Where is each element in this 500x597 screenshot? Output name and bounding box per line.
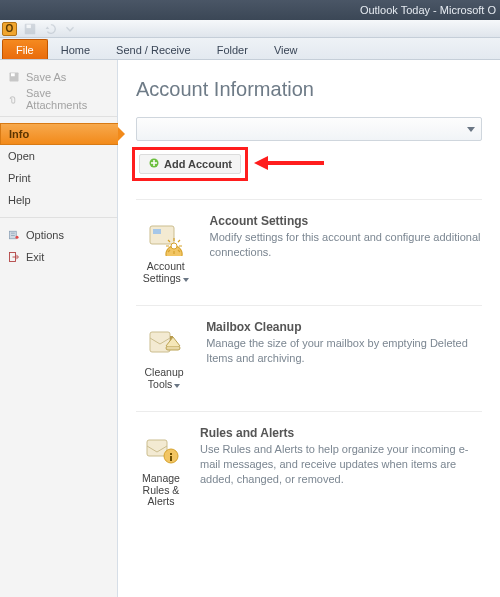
- attachment-icon: [8, 93, 20, 105]
- sidebar-item-label: Print: [8, 172, 31, 184]
- section-heading: Mailbox Cleanup: [206, 320, 482, 334]
- save-icon: [8, 71, 20, 83]
- backstage-main: Account Information Add Account: [118, 60, 500, 597]
- chevron-down-icon: [467, 127, 475, 132]
- sidebar-item-label: Help: [8, 194, 31, 206]
- qat-save-icon[interactable]: [23, 22, 37, 36]
- svg-rect-6: [11, 235, 15, 236]
- annotation-highlight: Add Account: [132, 147, 248, 181]
- options-icon: [8, 229, 20, 241]
- sidebar-item-label: Open: [8, 150, 35, 162]
- svg-point-16: [171, 243, 177, 249]
- svg-rect-22: [170, 453, 172, 455]
- svg-rect-23: [170, 456, 172, 461]
- exit-icon: [8, 251, 20, 263]
- account-settings-icon: [144, 219, 188, 257]
- ribbon-tabs: File Home Send / Receive Folder View: [0, 38, 500, 60]
- sidebar-item-label: Save Attachments: [26, 87, 109, 111]
- ribbon-tab-view[interactable]: View: [261, 40, 311, 59]
- add-account-button[interactable]: Add Account: [139, 154, 241, 174]
- chevron-down-icon: [183, 278, 189, 282]
- svg-rect-18: [166, 346, 180, 350]
- ribbon-tab-home[interactable]: Home: [48, 40, 103, 59]
- svg-rect-11: [151, 162, 157, 164]
- tile-label: Account Settings: [143, 260, 185, 284]
- rules-alerts-icon: [139, 431, 183, 469]
- sidebar-item-label: Save As: [26, 71, 66, 83]
- cleanup-tools-button[interactable]: Cleanup Tools: [136, 320, 192, 393]
- sidebar-item-open[interactable]: Open: [0, 145, 117, 167]
- sidebar-item-label: Info: [9, 128, 29, 140]
- qat-dropdown-icon[interactable]: [63, 22, 77, 36]
- section-account-settings: Account Settings Account Settings Modify…: [136, 199, 482, 305]
- svg-marker-13: [254, 156, 268, 170]
- add-account-label: Add Account: [164, 158, 232, 170]
- sidebar-item-save-as: Save As: [0, 66, 117, 88]
- backstage-content: Save As Save Attachments Info Open Print…: [0, 60, 500, 597]
- svg-point-7: [16, 236, 19, 239]
- section-text: Account Settings Modify settings for thi…: [210, 214, 482, 287]
- section-heading: Account Settings: [210, 214, 482, 228]
- backstage-sidebar: Save As Save Attachments Info Open Print…: [0, 60, 118, 597]
- section-text: Mailbox Cleanup Manage the size of your …: [206, 320, 482, 393]
- sidebar-item-save-attachments: Save Attachments: [0, 88, 117, 110]
- sidebar-item-label: Options: [26, 229, 64, 241]
- section-description: Use Rules and Alerts to help organize yo…: [200, 442, 482, 487]
- chevron-down-icon: [174, 384, 180, 388]
- sidebar-item-print[interactable]: Print: [0, 167, 117, 189]
- section-rules-alerts: Manage Rules & Alerts Rules and Alerts U…: [136, 411, 482, 529]
- page-title: Account Information: [136, 78, 482, 101]
- plus-icon: [148, 157, 160, 171]
- ribbon-tab-folder[interactable]: Folder: [204, 40, 261, 59]
- section-description: Manage the size of your mailbox by empty…: [206, 336, 482, 366]
- section-heading: Rules and Alerts: [200, 426, 482, 440]
- account-selector-dropdown[interactable]: [136, 117, 482, 141]
- title-bar: Outlook Today - Microsoft O: [0, 0, 500, 20]
- ribbon-tab-send-receive[interactable]: Send / Receive: [103, 40, 204, 59]
- window-title: Outlook Today - Microsoft O: [360, 4, 496, 16]
- sidebar-item-info[interactable]: Info: [0, 123, 118, 145]
- section-mailbox-cleanup: Cleanup Tools Mailbox Cleanup Manage the…: [136, 305, 482, 411]
- annotation-arrow-icon: [254, 154, 324, 174]
- svg-rect-15: [153, 229, 161, 234]
- manage-rules-alerts-button[interactable]: Manage Rules & Alerts: [136, 426, 186, 511]
- svg-rect-1: [27, 24, 31, 28]
- svg-rect-5: [11, 233, 15, 234]
- sidebar-item-label: Exit: [26, 251, 44, 263]
- svg-rect-14: [150, 226, 174, 244]
- sidebar-item-options[interactable]: Options: [0, 224, 117, 246]
- qat-undo-icon[interactable]: [43, 22, 57, 36]
- ribbon-tab-file[interactable]: File: [2, 39, 48, 59]
- account-settings-button[interactable]: Account Settings: [136, 214, 196, 287]
- section-text: Rules and Alerts Use Rules and Alerts to…: [200, 426, 482, 511]
- outlook-app-icon: O: [2, 22, 17, 36]
- tile-label: Manage Rules & Alerts: [142, 472, 180, 507]
- cleanup-tools-icon: [142, 325, 186, 363]
- svg-rect-3: [11, 73, 15, 76]
- sidebar-item-help[interactable]: Help: [0, 189, 117, 211]
- sidebar-item-exit[interactable]: Exit: [0, 246, 117, 268]
- quick-access-toolbar: O: [0, 20, 500, 38]
- section-description: Modify settings for this account and con…: [210, 230, 482, 260]
